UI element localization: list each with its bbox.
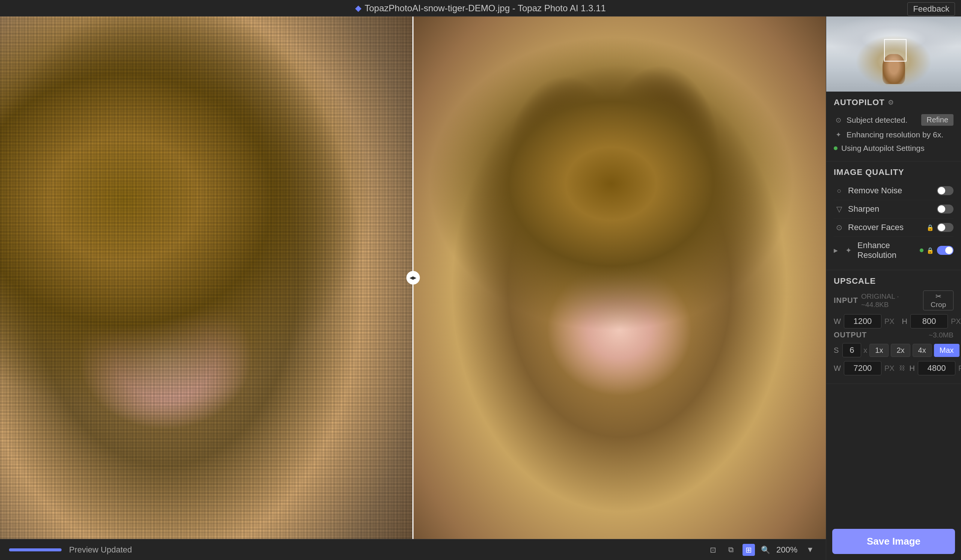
thumbnail-area	[826, 16, 961, 91]
upscale-title: UPSCALE	[834, 276, 876, 286]
main-image-area	[0, 16, 826, 539]
autopilot-settings-text: Using Autopilot Settings	[841, 144, 925, 153]
refine-button[interactable]: Refine	[921, 114, 953, 126]
input-info: ORIGINAL · ~44.8KB	[861, 292, 920, 309]
sharpen-item: ▽ Sharpen	[834, 200, 953, 218]
recover-faces-label: Recover Faces	[848, 223, 923, 232]
scale-1x-button[interactable]: 1x	[869, 344, 889, 357]
preview-progress-bar	[9, 548, 61, 551]
output-height-label: H	[910, 364, 915, 373]
title-bar: ◆ TopazPhotoAI-snow-tiger-DEMO.jpg - Top…	[0, 0, 961, 16]
input-row: INPUT ORIGINAL · ~44.8KB ✂ Crop	[834, 290, 953, 310]
height-label: H	[902, 317, 907, 326]
zoom-icon: 🔍	[761, 546, 770, 554]
after-panel	[413, 16, 826, 539]
enhance-resolution-item: ▶ ✦ Enhance Resolution 🔒	[834, 237, 953, 264]
enhance-resolution-lock-icon: 🔒	[926, 247, 934, 254]
remove-noise-toggle[interactable]	[937, 186, 953, 195]
remove-noise-label: Remove Noise	[848, 186, 933, 196]
subject-icon: ⊙	[834, 116, 843, 125]
upscale-section: UPSCALE INPUT ORIGINAL · ~44.8KB ✂ Crop …	[826, 270, 961, 384]
output-row: OUTPUT ~3.0MB	[834, 331, 953, 339]
pixelation-overlay	[0, 16, 413, 539]
before-image	[0, 16, 413, 539]
enhance-resolution-label: Enhance Resolution	[857, 241, 916, 260]
image-comparison[interactable]	[0, 16, 826, 539]
gear-icon[interactable]: ⚙	[888, 98, 894, 107]
width-label: W	[834, 317, 841, 326]
input-height-field[interactable]	[910, 314, 948, 329]
app-logo: ◆	[355, 3, 362, 13]
before-panel	[0, 16, 413, 539]
autopilot-title: AUTOPILOT	[834, 98, 885, 108]
recover-faces-controls: 🔒	[926, 223, 953, 232]
input-dimensions-row: W PX H PX	[834, 314, 953, 329]
subject-detected-text: Subject detected.	[847, 116, 907, 125]
green-dot-icon	[834, 146, 837, 150]
output-label: OUTPUT	[834, 331, 867, 339]
autopilot-header: AUTOPILOT ⚙	[834, 98, 953, 108]
app-title: ◆ TopazPhotoAI-snow-tiger-DEMO.jpg - Top…	[355, 3, 606, 13]
title-text: TopazPhotoAI-snow-tiger-DEMO.jpg - Topaz…	[365, 3, 606, 13]
save-image-button[interactable]: Save Image	[832, 529, 955, 554]
input-width-field[interactable]	[844, 314, 881, 329]
output-height-field[interactable]	[918, 361, 955, 375]
compare-button[interactable]: ⧉	[725, 544, 736, 555]
autopilot-resolution-item: ✦ Enhancing resolution by 6x.	[834, 128, 953, 141]
sharpen-toggle[interactable]	[937, 205, 953, 213]
output-size: ~3.0MB	[929, 331, 953, 339]
recover-faces-toggle[interactable]	[937, 223, 953, 232]
enhance-resolution-toggle[interactable]	[937, 246, 953, 255]
right-panel: AUTOPILOT ⚙ ⊙ Subject detected. Refine ✦…	[826, 16, 961, 560]
comparison-divider	[413, 16, 414, 539]
scale-2x-button[interactable]: 2x	[891, 344, 910, 357]
resolution-icon: ✦	[834, 130, 843, 139]
autopilot-subject-item: ⊙ Subject detected. Refine	[834, 112, 953, 128]
upscale-header: UPSCALE	[834, 276, 953, 286]
recover-faces-icon: ⊙	[834, 222, 844, 233]
input-w-unit: PX	[884, 317, 895, 326]
zoom-down-button[interactable]: ▼	[804, 544, 817, 555]
enhancing-resolution-text: Enhancing resolution by 6x.	[847, 130, 943, 139]
scale-s-label: S	[834, 346, 839, 355]
scale-value-input[interactable]	[842, 343, 861, 357]
link-icon: ⛓	[899, 365, 905, 372]
scale-4x-button[interactable]: 4x	[913, 344, 932, 357]
scale-buttons-row: S x 1x 2x 4x Max	[834, 343, 953, 357]
output-width-label: W	[834, 364, 841, 373]
input-h-unit: PX	[951, 317, 961, 326]
feedback-button[interactable]: Feedback	[907, 2, 955, 16]
recover-faces-lock-icon: 🔒	[926, 224, 934, 231]
output-w-unit: PX	[884, 364, 895, 373]
input-label: INPUT	[834, 296, 858, 305]
image-quality-section: IMAGE QUALITY ○ Remove Noise ▽ Sharpen ⊙…	[826, 161, 961, 270]
scale-x-label: x	[863, 346, 867, 355]
autopilot-settings-item: Using Autopilot Settings	[834, 141, 953, 155]
scale-max-button[interactable]: Max	[934, 344, 959, 357]
enhance-resolution-controls: 🔒	[920, 246, 953, 255]
thumbnail-image	[826, 16, 961, 91]
enhance-resolution-icon: ✦	[843, 245, 853, 256]
output-width-field[interactable]	[844, 361, 881, 375]
split-view-button[interactable]: ⊞	[742, 544, 755, 556]
quality-header: IMAGE QUALITY	[834, 167, 953, 177]
preview-label: Preview Updated	[69, 545, 132, 555]
remove-noise-item: ○ Remove Noise	[834, 182, 953, 200]
thumbnail-selection[interactable]	[884, 39, 906, 61]
recover-faces-item: ⊙ Recover Faces 🔒	[834, 218, 953, 237]
fit-view-button[interactable]: ⊡	[707, 544, 719, 556]
expand-icon[interactable]: ▶	[834, 247, 838, 254]
enhance-active-dot	[920, 249, 924, 252]
panel-spacer	[826, 384, 961, 523]
autopilot-section: AUTOPILOT ⚙ ⊙ Subject detected. Refine ✦…	[826, 91, 961, 161]
output-h-unit: PX	[958, 364, 961, 373]
bottom-toolbar: ⊡ ⧉ ⊞ 🔍 200% ▼	[707, 544, 817, 556]
zoom-level: 200%	[776, 545, 797, 555]
sharpen-icon: ▽	[834, 204, 844, 214]
divider-handle[interactable]	[406, 271, 420, 284]
after-image	[413, 16, 826, 539]
remove-noise-icon: ○	[834, 185, 844, 196]
crop-button[interactable]: ✂ Crop	[923, 290, 953, 310]
sharpen-label: Sharpen	[848, 204, 933, 214]
bottom-bar: Preview Updated ⊡ ⧉ ⊞ 🔍 200% ▼	[0, 539, 826, 560]
